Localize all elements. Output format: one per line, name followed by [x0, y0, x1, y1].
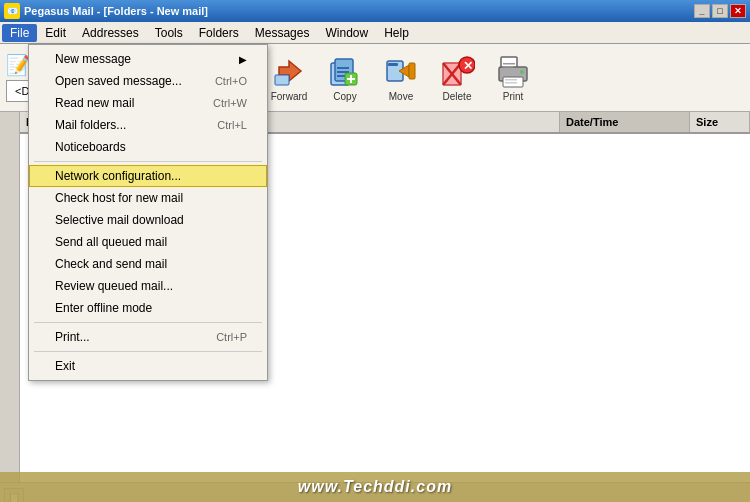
svg-rect-9: [337, 67, 349, 69]
forward-icon: [271, 53, 307, 89]
title-bar-buttons: _ □ ✕: [694, 4, 746, 18]
mail-folders-shortcut: Ctrl+L: [187, 119, 247, 131]
menu-noticeboards[interactable]: Noticeboards: [29, 136, 267, 158]
menu-check-host[interactable]: Check host for new mail: [29, 187, 267, 209]
menu-network-config[interactable]: Network configuration...: [29, 165, 267, 187]
exit-label: Exit: [55, 359, 75, 373]
delete-icon: ✕: [439, 53, 475, 89]
toolbar-btn-print[interactable]: Print: [487, 50, 539, 105]
open-saved-shortcut: Ctrl+O: [185, 75, 247, 87]
watermark: www.Techddi.com: [0, 472, 750, 502]
svg-rect-27: [503, 66, 513, 68]
move-icon: [383, 53, 419, 89]
copy-icon: [327, 53, 363, 89]
move-label: Move: [389, 91, 413, 102]
svg-rect-30: [505, 82, 517, 84]
network-config-label: Network configuration...: [55, 169, 181, 183]
menu-item-folders[interactable]: Folders: [191, 24, 247, 42]
svg-point-31: [520, 70, 524, 74]
print-shortcut: Ctrl+P: [186, 331, 247, 343]
toolbar-btn-forward[interactable]: Forward: [263, 50, 315, 105]
menu-item-help[interactable]: Help: [376, 24, 417, 42]
col-size[interactable]: Size: [690, 112, 750, 132]
menu-item-edit[interactable]: Edit: [37, 24, 74, 42]
minimize-button[interactable]: _: [694, 4, 710, 18]
menu-item-tools[interactable]: Tools: [147, 24, 191, 42]
menu-read-new-mail[interactable]: Read new mail Ctrl+W: [29, 92, 267, 114]
svg-rect-29: [505, 79, 517, 81]
svg-text:✕: ✕: [463, 59, 473, 73]
toolbar-btn-delete[interactable]: ✕ Delete: [431, 50, 483, 105]
menu-item-messages[interactable]: Messages: [247, 24, 318, 42]
print-menu-label: Print...: [55, 330, 90, 344]
menu-separator-3: [34, 351, 262, 352]
svg-rect-18: [409, 63, 415, 79]
file-menu: New message ▶ Open saved message... Ctrl…: [28, 44, 268, 381]
menu-send-queued[interactable]: Send all queued mail: [29, 231, 267, 253]
menu-new-message[interactable]: New message ▶: [29, 48, 267, 70]
title-text: Pegasus Mail - [Folders - New mail]: [24, 5, 694, 17]
menu-item-addresses[interactable]: Addresses: [74, 24, 147, 42]
menu-mail-folders[interactable]: Mail folders... Ctrl+L: [29, 114, 267, 136]
svg-rect-6: [275, 75, 289, 85]
open-saved-label: Open saved message...: [55, 74, 182, 88]
mail-folders-label: Mail folders...: [55, 118, 126, 132]
menu-offline-mode[interactable]: Enter offline mode: [29, 297, 267, 319]
menu-exit[interactable]: Exit: [29, 355, 267, 377]
check-host-label: Check host for new mail: [55, 191, 183, 205]
copy-label: Copy: [333, 91, 356, 102]
menu-bar: File Edit Addresses Tools Folders Messag…: [0, 22, 750, 44]
new-message-label: New message: [55, 52, 131, 66]
col-datetime[interactable]: Date/Time: [560, 112, 690, 132]
toolbar-btn-copy[interactable]: Copy: [319, 50, 371, 105]
selective-download-label: Selective mail download: [55, 213, 184, 227]
read-new-mail-label: Read new mail: [55, 96, 134, 110]
menu-item-file[interactable]: File: [2, 24, 37, 42]
menu-separator-1: [34, 161, 262, 162]
offline-mode-label: Enter offline mode: [55, 301, 152, 315]
menu-review-queued[interactable]: Review queued mail...: [29, 275, 267, 297]
forward-label: Forward: [271, 91, 308, 102]
menu-open-saved[interactable]: Open saved message... Ctrl+O: [29, 70, 267, 92]
new-message-arrow: ▶: [239, 54, 247, 65]
send-queued-label: Send all queued mail: [55, 235, 167, 249]
maximize-button[interactable]: □: [712, 4, 728, 18]
menu-check-send[interactable]: Check and send mail: [29, 253, 267, 275]
toolbar-btn-move[interactable]: Move: [375, 50, 427, 105]
menu-separator-2: [34, 322, 262, 323]
read-new-mail-shortcut: Ctrl+W: [183, 97, 247, 109]
print-label: Print: [503, 91, 524, 102]
menu-item-window[interactable]: Window: [317, 24, 376, 42]
menu-selective-download[interactable]: Selective mail download: [29, 209, 267, 231]
sidebar: [0, 112, 20, 482]
title-bar: 📧 Pegasus Mail - [Folders - New mail] _ …: [0, 0, 750, 22]
check-send-label: Check and send mail: [55, 257, 167, 271]
svg-rect-14: [347, 78, 355, 80]
svg-rect-11: [337, 75, 345, 77]
noticeboards-label: Noticeboards: [55, 140, 126, 154]
svg-rect-16: [388, 63, 398, 66]
delete-label: Delete: [443, 91, 472, 102]
menu-print[interactable]: Print... Ctrl+P: [29, 326, 267, 348]
print-icon: [495, 53, 531, 89]
svg-rect-26: [503, 63, 515, 65]
review-queued-label: Review queued mail...: [55, 279, 173, 293]
close-button[interactable]: ✕: [730, 4, 746, 18]
app-icon: 📧: [4, 3, 20, 19]
